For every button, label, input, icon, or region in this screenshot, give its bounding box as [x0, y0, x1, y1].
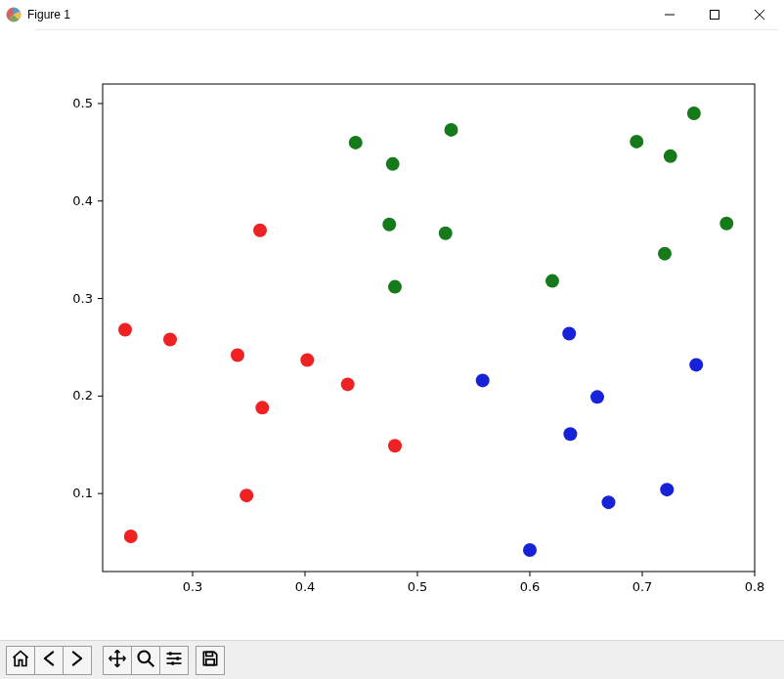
- back-button[interactable]: [34, 646, 64, 675]
- data-point-red: [163, 332, 177, 346]
- sliders-icon: [164, 649, 184, 672]
- data-point-blue: [563, 427, 577, 441]
- titlebar: Figure 1: [0, 0, 784, 29]
- matplotlib-icon: [6, 7, 22, 22]
- data-point-green: [349, 136, 363, 149]
- svg-rect-26: [206, 658, 214, 664]
- data-point-blue: [602, 495, 616, 509]
- close-button[interactable]: [737, 0, 782, 29]
- svg-rect-24: [172, 661, 175, 664]
- svg-line-18: [149, 660, 154, 666]
- forward-button[interactable]: [63, 646, 92, 675]
- data-point-red: [253, 224, 267, 237]
- maximize-button[interactable]: [692, 0, 737, 29]
- x-tick-label: 0.8: [745, 579, 765, 594]
- data-point-red: [231, 348, 244, 361]
- y-tick-label: 0.2: [72, 388, 93, 403]
- svg-rect-2: [711, 11, 719, 20]
- data-point-blue: [590, 390, 604, 403]
- navigation-toolbar: [0, 640, 784, 679]
- x-tick-label: 0.4: [295, 579, 316, 594]
- svg-rect-25: [206, 652, 213, 656]
- plot-area[interactable]: 0.30.40.50.60.70.80.10.20.30.40.5: [0, 30, 784, 640]
- y-tick-label: 0.1: [72, 486, 93, 500]
- svg-rect-22: [169, 652, 172, 655]
- y-tick-label: 0.3: [72, 291, 93, 306]
- data-point-red: [300, 353, 314, 366]
- data-point-red: [388, 439, 402, 452]
- y-tick-label: 0.4: [72, 193, 93, 208]
- data-point-red: [341, 377, 355, 391]
- data-point-green: [545, 275, 559, 288]
- home-button[interactable]: [6, 646, 35, 675]
- save-icon: [200, 649, 220, 672]
- data-point-green: [719, 217, 733, 231]
- svg-rect-23: [177, 657, 180, 659]
- x-tick-label: 0.7: [632, 579, 653, 594]
- pan-button[interactable]: [103, 646, 132, 675]
- configure-button[interactable]: [159, 646, 189, 675]
- data-point-green: [386, 157, 400, 171]
- data-point-blue: [523, 543, 537, 557]
- svg-rect-5: [103, 84, 755, 572]
- data-point-green: [630, 135, 643, 149]
- y-tick-label: 0.5: [72, 96, 93, 110]
- svg-point-17: [139, 651, 151, 662]
- move-icon: [108, 649, 127, 672]
- data-point-green: [445, 123, 458, 137]
- window-controls: [647, 0, 782, 29]
- data-point-red: [240, 488, 253, 502]
- data-point-red: [118, 322, 132, 336]
- home-icon: [11, 649, 30, 672]
- data-point-green: [658, 247, 672, 261]
- arrow-left-icon: [39, 649, 59, 672]
- data-point-blue: [476, 373, 490, 387]
- data-point-green: [664, 149, 677, 163]
- zoom-button[interactable]: [131, 646, 160, 675]
- zoom-icon: [136, 649, 155, 672]
- x-tick-label: 0.5: [408, 579, 428, 594]
- data-point-red: [255, 401, 269, 414]
- x-tick-label: 0.6: [520, 579, 541, 594]
- x-tick-label: 0.3: [183, 579, 203, 594]
- data-point-green: [439, 227, 453, 240]
- data-point-blue: [562, 326, 576, 340]
- data-point-blue: [689, 358, 703, 371]
- data-point-red: [124, 530, 138, 543]
- data-point-green: [388, 280, 402, 294]
- data-point-green: [382, 218, 396, 232]
- data-point-green: [687, 106, 701, 120]
- save-button[interactable]: [196, 646, 225, 675]
- arrow-right-icon: [67, 649, 87, 672]
- minimize-button[interactable]: [647, 0, 692, 29]
- data-point-blue: [660, 483, 674, 496]
- window-title: Figure 1: [27, 8, 70, 21]
- scatter-plot: 0.30.40.50.60.70.80.10.20.30.40.5: [0, 30, 784, 640]
